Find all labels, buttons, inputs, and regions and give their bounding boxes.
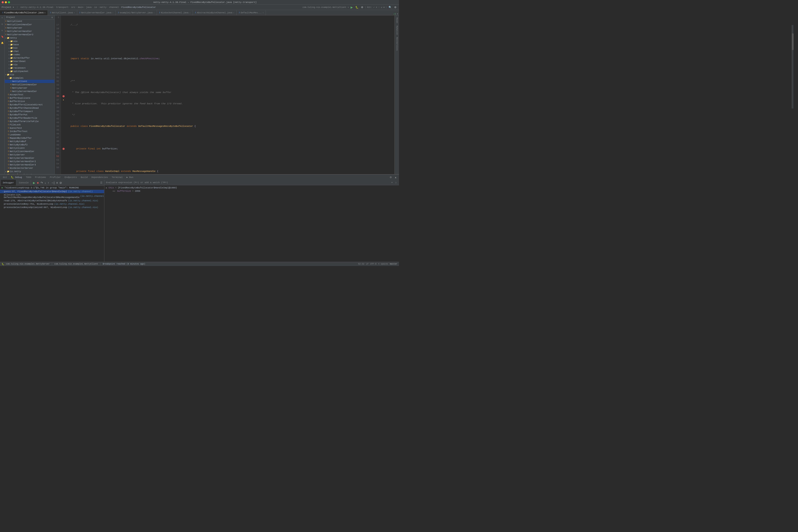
- tree-item-intbuffertest[interactable]: C IntBufferTest: [5, 130, 55, 133]
- tree-item-filelock[interactable]: C FileLock: [5, 123, 55, 127]
- minimize-button[interactable]: [5, 1, 7, 3]
- commit-icon[interactable]: ⊡: [1, 23, 4, 26]
- tree-item-nettyclient-selected[interactable]: C NettyClient: [5, 80, 55, 83]
- mybaitsplus-label[interactable]: MybatisX: [396, 26, 398, 35]
- tree-folder-nio2[interactable]: ▼ 📁 nio: [5, 73, 55, 76]
- tree-item-guesstest[interactable]: C GuessTest: [5, 127, 55, 130]
- tree-item-nettyserver[interactable]: C NettyServer: [5, 87, 55, 90]
- tab-terminal[interactable]: Terminal: [110, 176, 125, 179]
- close-tab-icon[interactable]: ✕: [44, 12, 45, 14]
- debugger-tab[interactable]: Debugger: [1, 180, 16, 186]
- tab-debug[interactable]: 🐛 Debug: [9, 175, 24, 179]
- tree-folder-splitpacket[interactable]: ▶ 📁 splitpacket: [5, 70, 55, 73]
- maven-label[interactable]: Maven: [396, 18, 398, 23]
- tree-item-bufferduplicate[interactable]: C BufferDuplicate: [5, 96, 55, 100]
- tree-item-nettyserver2[interactable]: C NettyServer: [5, 153, 55, 156]
- debug-filter-btn[interactable]: ☰: [99, 181, 103, 185]
- tree-item-accepttest[interactable]: C AcceptTest: [5, 93, 55, 96]
- tree-item-nettyserverhandler-top[interactable]: C NettyServerHandler: [5, 30, 55, 33]
- var-buffersize[interactable]: ▶ ∞∞ bufferSize = 2056: [105, 189, 398, 193]
- breakpoint-36[interactable]: ⬤: [61, 94, 66, 98]
- notifications-icon[interactable]: 🔔: [1, 42, 4, 45]
- run-button[interactable]: ▶: [350, 5, 354, 10]
- settings-button[interactable]: ⚙: [393, 5, 397, 9]
- tab-netty-server-handler[interactable]: J NettyServerHandler.java ✕: [77, 10, 116, 15]
- tree-item-bytebufferchannelread[interactable]: C ByteBufferChannelRead: [5, 107, 55, 110]
- stack-frames[interactable]: → guess:37, FixedRecvByteBufAllocator$Ha…: [0, 190, 104, 262]
- tree-item-bytebufferwritetofile[interactable]: C ByteBufferWriteToFile: [5, 120, 55, 123]
- tree-item-bytebufferallocate[interactable]: C ByteBufferAllocateDirect: [5, 103, 55, 107]
- expand-all-btn[interactable]: ↕: [394, 181, 397, 185]
- tree-folder-heartbeat[interactable]: ▶ 📁 heartbeat: [5, 60, 55, 63]
- tab-todo[interactable]: TODO: [24, 176, 33, 179]
- add-watch-btn[interactable]: +: [391, 181, 394, 185]
- debug-button[interactable]: 🐛: [355, 5, 359, 9]
- console-tab[interactable]: Console: [17, 180, 31, 186]
- stack-frame-2[interactable]: → read:179, AbstractNioByteChannel$NioBy…: [0, 199, 104, 202]
- tree-item-leakdemo[interactable]: C LeakDemo: [5, 133, 55, 136]
- tree-item-nettyclienthandler[interactable]: C NettyClientHandler: [5, 83, 55, 87]
- tab-nio-socket[interactable]: J NioSocketChannel.java ✕: [157, 10, 193, 15]
- tab-run[interactable]: ▶ Run: [125, 175, 135, 179]
- tree-item-nettybytebuf[interactable]: C NettyByteBuf: [5, 140, 55, 143]
- stack-frame-0[interactable]: → guess:37, FixedRecvByteBufAllocator$Ha…: [0, 190, 104, 193]
- build-button[interactable]: ⚙: [360, 5, 364, 9]
- step-into-button[interactable]: ↓: [44, 181, 47, 185]
- tab-endpoints[interactable]: Endpoints: [63, 176, 78, 179]
- tab-example1-server[interactable]: J example1/NettyServer.java ✕: [116, 10, 157, 15]
- tree-item-nioselectorserver[interactable]: C NioSelectorServer: [5, 167, 55, 170]
- stack-frame-3[interactable]: → processSelectedKey:751, NioEventLoop (…: [0, 202, 104, 206]
- tree-folder-chat[interactable]: ▶ 📁 chat: [5, 50, 55, 53]
- tree-item-nettyserver-top[interactable]: C NettyServer: [5, 26, 55, 30]
- var-this[interactable]: ▶ this = {FixedRecvByteBufAllocator$Hand…: [105, 186, 398, 189]
- tree-folder-base[interactable]: ▶ 📁 base: [5, 43, 55, 46]
- structure-icon[interactable]: ≡: [1, 17, 4, 20]
- tab-more-button[interactable]: ▾: [397, 13, 398, 15]
- tab-netty-client[interactable]: J NettyClient.java ✕: [48, 10, 77, 15]
- evaluate-button[interactable]: ≡: [56, 181, 58, 185]
- close-tab-icon[interactable]: ✕: [74, 12, 75, 14]
- tree-item-nettyclienthandler-top[interactable]: C NettyClientHandler: [5, 23, 55, 26]
- tree-item-nettyserverhandler3[interactable]: C NettyServerHandler3: [5, 163, 55, 167]
- tree-item-nettyclienthandler2[interactable]: C NettyClientHandler: [5, 150, 55, 153]
- search-button[interactable]: 🔍: [388, 5, 393, 9]
- debug-expand-btn[interactable]: ▲: [394, 175, 398, 179]
- tree-settings-icon[interactable]: ⚙: [52, 16, 53, 19]
- resume-button[interactable]: ▶: [32, 181, 36, 185]
- tab-problems[interactable]: Problems: [33, 176, 48, 179]
- tree-folder-codec[interactable]: ▶ 📁 codec: [5, 53, 55, 56]
- close-tab-icon[interactable]: ✕: [263, 12, 264, 14]
- close-tab-icon[interactable]: ✕: [233, 12, 234, 14]
- run-to-cursor-button[interactable]: →|: [50, 181, 55, 185]
- debug-settings-btn[interactable]: ⚙: [389, 175, 393, 179]
- project-selector[interactable]: Project ▾: [2, 6, 14, 8]
- close-button[interactable]: [2, 1, 4, 3]
- bookmarks-icon[interactable]: 🔖: [1, 36, 4, 39]
- tab-dependencies[interactable]: Dependencies: [90, 176, 110, 179]
- stack-frame-1[interactable]: → allocate:114, DefaultMaxMessagesRecvBy…: [0, 193, 104, 199]
- tree-folder-aio[interactable]: ▶ 📁 aio: [5, 40, 55, 43]
- tree-folder-bio[interactable]: ▶ 📁 bio: [5, 46, 55, 50]
- close-tab-icon[interactable]: ✕: [112, 12, 113, 14]
- tab-default-max[interactable]: J DefaultMaxMes... ✕: [236, 10, 266, 15]
- tree-item-nettyclient-top[interactable]: C NettyClient: [5, 20, 55, 23]
- tree-folder-directbuffer[interactable]: ▶ 📁 directbuffer: [5, 56, 55, 60]
- maximize-button[interactable]: [8, 1, 10, 3]
- mute-breakpoints-button[interactable]: ⊘: [59, 181, 63, 185]
- breakpoint-52[interactable]: ⬤: [61, 147, 66, 151]
- tree-folder-ionetty[interactable]: ▶ 📁 io.netty: [5, 170, 55, 173]
- tree-item-nettyserverhandler2-top[interactable]: C NettyServerHandler2: [5, 33, 55, 36]
- step-out-button[interactable]: ↑: [47, 181, 50, 185]
- tree-item-nettyserverhandler2b[interactable]: C NettyServerHandler2: [5, 160, 55, 163]
- tab-git[interactable]: Git: [1, 176, 9, 179]
- tree-item-bytebufferput[interactable]: C ByteBufferPut: [5, 113, 55, 116]
- restservices-label[interactable]: RestServices: [396, 37, 398, 51]
- tree-folder-example1[interactable]: ▼ 📁 example1: [5, 76, 55, 80]
- tab-fixed-recv[interactable]: J FixedRecvByteBufAllocator.java ✕: [0, 10, 48, 15]
- tree-item-bytebufferreaderfile[interactable]: C ByteBufferReaderFile: [5, 116, 55, 120]
- tab-profiler[interactable]: Profiler: [48, 176, 63, 179]
- tree-item-bufferslice[interactable]: C BufferSlice: [5, 100, 55, 103]
- tree-item-mappedbytebuffer[interactable]: C MappedByteBuffer: [5, 136, 55, 140]
- tab-build[interactable]: Build: [79, 176, 89, 179]
- tree-folder-netty[interactable]: ▼ 📁 netty: [5, 36, 55, 40]
